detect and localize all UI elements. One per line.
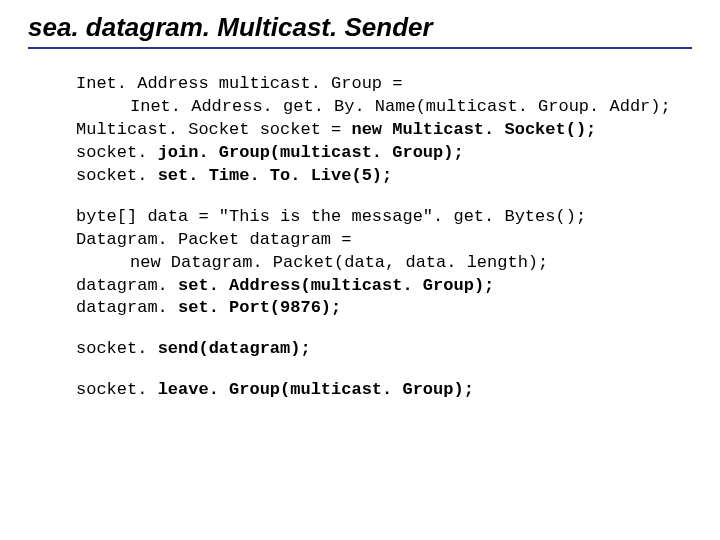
code-line: Inet. Address multicast. Group = [76, 73, 692, 96]
code-line: byte[] data = "This is the message". get… [76, 206, 692, 229]
code-line: socket. leave. Group(multicast. Group); [76, 379, 692, 402]
code-line: Datagram. Packet datagram = [76, 229, 692, 252]
code-line: socket. join. Group(multicast. Group); [76, 142, 692, 165]
code-text: socket. [76, 339, 158, 358]
code-block: Inet. Address multicast. Group = Inet. A… [76, 73, 692, 402]
code-bold: set. Port(9876); [178, 298, 341, 317]
code-line: new Datagram. Packet(data, data. length)… [76, 252, 692, 275]
code-text: Multicast. Socket socket = [76, 120, 351, 139]
code-line: datagram. set. Port(9876); [76, 297, 692, 320]
code-line: Multicast. Socket socket = new Multicast… [76, 119, 692, 142]
code-line: socket. set. Time. To. Live(5); [76, 165, 692, 188]
code-line: Inet. Address. get. By. Name(multicast. … [76, 96, 692, 119]
code-line: datagram. set. Address(multicast. Group)… [76, 275, 692, 298]
code-bold: new Multicast. Socket(); [351, 120, 596, 139]
code-bold: set. Address(multicast. Group); [178, 276, 494, 295]
code-text: datagram. [76, 298, 178, 317]
code-bold: send(datagram); [158, 339, 311, 358]
code-line: socket. send(datagram); [76, 338, 692, 361]
code-text: datagram. [76, 276, 178, 295]
slide-title: sea. datagram. Multicast. Sender [28, 12, 692, 49]
code-bold: leave. Group(multicast. Group); [158, 380, 474, 399]
code-text: socket. [76, 380, 158, 399]
code-bold: set. Time. To. Live(5); [158, 166, 393, 185]
code-text: socket. [76, 143, 158, 162]
code-text: socket. [76, 166, 158, 185]
code-bold: join. Group(multicast. Group); [158, 143, 464, 162]
